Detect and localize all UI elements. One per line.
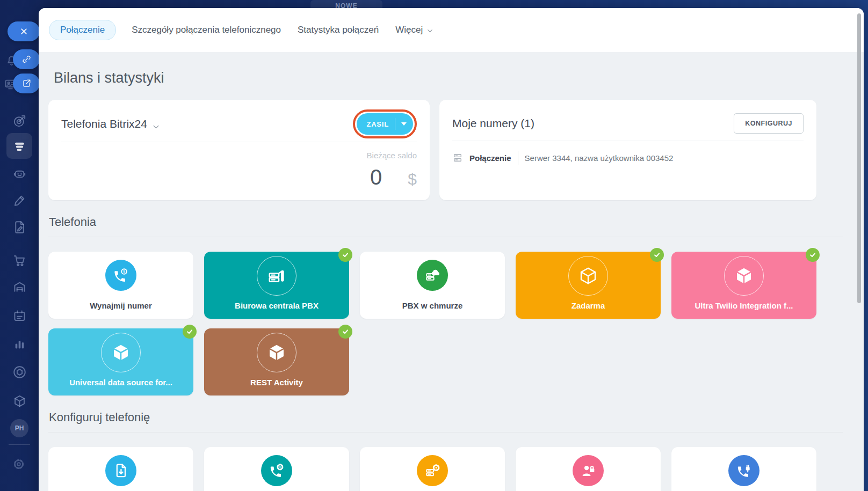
- sidebar-item-bar-chart[interactable]: [6, 333, 32, 354]
- provider-selector[interactable]: Telefonia Bitrix24: [61, 118, 160, 130]
- tile-pbx-w-chmurze[interactable]: PBX w chmurze: [360, 252, 505, 319]
- card-divider: [61, 142, 417, 142]
- tab-label: Więcej: [395, 25, 423, 35]
- tile-rest-activity[interactable]: REST Activity: [204, 328, 349, 395]
- cube-filled-icon: [733, 265, 755, 287]
- sidebar-item-document-edit[interactable]: [6, 216, 32, 238]
- hamburger-icon[interactable]: [8, 9, 24, 21]
- sidebar-item-warehouse[interactable]: [6, 276, 32, 298]
- top-up-button[interactable]: ZASIL: [357, 113, 413, 135]
- tile-label: REST Activity: [211, 378, 343, 387]
- tile-label: Universal data source for...: [55, 378, 187, 387]
- check-badge: [650, 248, 664, 262]
- svg-text:$: $: [123, 269, 126, 274]
- robot-icon: [12, 166, 27, 181]
- tile-doc-download[interactable]: [48, 447, 193, 491]
- scrollbar[interactable]: [857, 13, 861, 303]
- section-divider: [48, 432, 843, 433]
- gear-icon[interactable]: [11, 457, 27, 473]
- tile-phone-gear[interactable]: [204, 447, 349, 491]
- pbx-gear-icon: [424, 462, 441, 479]
- phone-dollar-icon: $: [112, 267, 129, 284]
- tab-więcej[interactable]: Więcej: [394, 20, 435, 40]
- tile-phone-plug[interactable]: [671, 447, 816, 491]
- tile-pbx-gear[interactable]: [360, 447, 505, 491]
- chevron-down-icon: [152, 121, 160, 129]
- link-button[interactable]: [13, 49, 40, 69]
- phone-gear-icon: [268, 462, 285, 479]
- annotation-highlight: ZASIL: [353, 109, 417, 138]
- provider-label: Telefonia Bitrix24: [61, 118, 147, 130]
- check-badge: [338, 248, 352, 262]
- balance-currency: $: [408, 170, 417, 188]
- tab-label: Szczegóły połączenia telefonicznego: [132, 25, 281, 35]
- open-window-button[interactable]: [13, 74, 40, 93]
- sidebar-item-pencil-sign[interactable]: [6, 189, 32, 211]
- tile-label: PBX w chmurze: [366, 301, 498, 310]
- sidebar-item-cart[interactable]: [6, 250, 32, 271]
- funnel-icon: [12, 138, 27, 154]
- sidebar-item-robot[interactable]: [6, 163, 32, 184]
- numbers-card-title: Moje numery (1): [452, 117, 534, 130]
- sidebar-item-hexagon[interactable]: [6, 361, 32, 383]
- sidebar-item-cube[interactable]: [6, 390, 32, 412]
- balance-card: Telefonia Bitrix24 ZASIL: [48, 100, 430, 200]
- calendar-icon: [12, 308, 27, 324]
- hexagon-icon: [12, 364, 27, 380]
- icon-ring: [257, 256, 296, 296]
- sidebar-divider: [9, 444, 30, 445]
- warehouse-icon: [12, 280, 27, 295]
- screen: NOWE PH PołączenieSzczegóły połączenia t…: [0, 0, 868, 491]
- tab-połączenie[interactable]: Połączenie: [49, 20, 116, 40]
- pbx-icon: [266, 265, 287, 287]
- document-edit-icon: [12, 219, 27, 235]
- bar-chart-icon: [12, 336, 27, 351]
- tile-person-lock[interactable]: [516, 447, 661, 491]
- panel-content: Bilans i statystyki Telefonia Bitrix24 Z…: [39, 70, 864, 491]
- avatar[interactable]: PH: [10, 419, 28, 437]
- chevron-down-icon: [426, 27, 433, 34]
- close-button[interactable]: [8, 21, 40, 41]
- pencil-sign-icon: [12, 193, 27, 208]
- tile-universal-data-source-for[interactable]: Universal data source for...: [48, 328, 193, 395]
- section-title: Telefonia: [49, 215, 816, 229]
- icon-circle: [105, 455, 136, 486]
- icon-circle: $: [105, 260, 136, 291]
- configure-button[interactable]: KONFIGURUJ: [734, 113, 804, 134]
- check-badge: [183, 325, 197, 339]
- tile-biurowa-centrala-pbx[interactable]: Biurowa centrala PBX: [204, 252, 349, 319]
- page-title: Bilans i statystyki: [54, 70, 816, 86]
- close-icon: [19, 26, 29, 36]
- tab-szczegóły-połączenia-telefonicznego[interactable]: Szczegóły połączenia telefonicznego: [131, 20, 282, 40]
- tab-label: Statystyka połączeń: [298, 25, 379, 35]
- section-title: Konfiguruj telefonię: [49, 411, 816, 424]
- icon-ring: [101, 333, 141, 372]
- tile-zadarma[interactable]: Zadarma: [516, 252, 661, 319]
- icon-ring: [257, 333, 296, 372]
- cart-icon: [12, 253, 27, 268]
- connection-row[interactable]: Połączenie Serwer 3344, nazwa użytkownik…: [452, 151, 804, 165]
- row-divider: [518, 151, 518, 165]
- icon-circle: [573, 455, 604, 486]
- sidebar-item-funnel[interactable]: [6, 133, 32, 159]
- open-window-icon: [21, 78, 32, 89]
- sidebar-item-calendar[interactable]: [6, 305, 32, 326]
- tile-wynajmij-numer[interactable]: $Wynajmij numer: [48, 252, 193, 319]
- icon-circle: [417, 260, 448, 291]
- cube-filled-icon: [110, 342, 132, 363]
- tile-label: Wynajmij numer: [55, 301, 187, 310]
- tab-statystyka-połączeń[interactable]: Statystyka połączeń: [296, 20, 380, 40]
- pbx-small-icon: [452, 152, 463, 163]
- icon-circle: [728, 455, 760, 486]
- numbers-card: Moje numery (1) KONFIGURUJ Połączenie Se…: [439, 100, 816, 200]
- icon-circle: [417, 455, 448, 486]
- link-icon: [21, 54, 32, 64]
- tile-ultra-twilio-integration-f[interactable]: Ultra Twilio Integration f...: [671, 252, 816, 319]
- balance-label: Bieżące saldo: [61, 151, 417, 160]
- cube-outline-icon: [577, 265, 599, 287]
- tabs-bar: PołączenieSzczegóły połączenia telefonic…: [39, 8, 864, 52]
- phone-plug-icon: [735, 462, 753, 479]
- sidebar-item-target-arrow[interactable]: [6, 110, 32, 131]
- icon-ring: [568, 256, 608, 296]
- person-lock-icon: [580, 462, 597, 479]
